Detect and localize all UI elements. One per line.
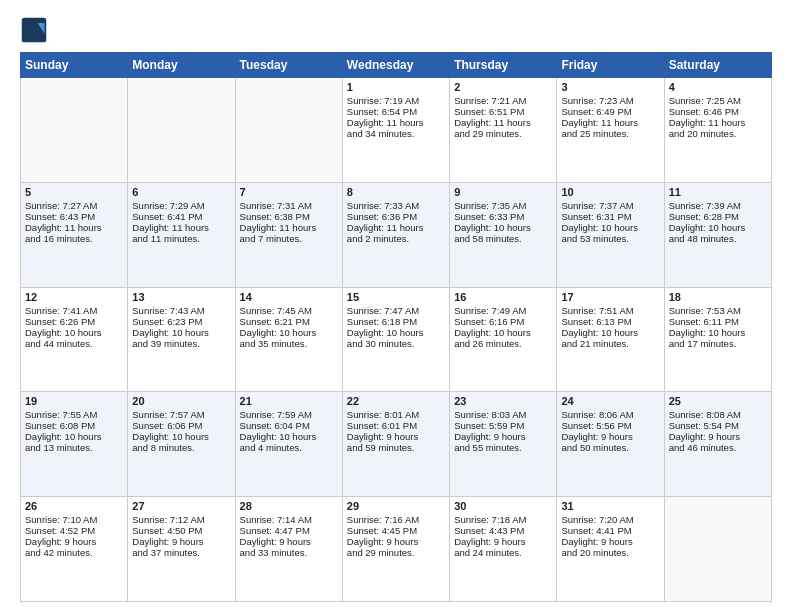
day-info-line: Daylight: 10 hours <box>669 222 767 233</box>
day-number: 22 <box>347 395 445 407</box>
day-info-line: Sunrise: 7:23 AM <box>561 95 659 106</box>
day-info-line: and 24 minutes. <box>454 547 552 558</box>
day-number: 12 <box>25 291 123 303</box>
day-info-line: Sunrise: 7:47 AM <box>347 305 445 316</box>
weekday-header: Friday <box>557 53 664 78</box>
day-info-line: Daylight: 11 hours <box>669 117 767 128</box>
day-info-line: Sunrise: 7:18 AM <box>454 514 552 525</box>
logo <box>20 16 52 44</box>
calendar-cell: 14Sunrise: 7:45 AMSunset: 6:21 PMDayligh… <box>235 287 342 392</box>
day-info-line: Daylight: 10 hours <box>561 222 659 233</box>
day-info-line: and 8 minutes. <box>132 442 230 453</box>
day-info-line: Sunset: 6:33 PM <box>454 211 552 222</box>
day-info-line: Daylight: 9 hours <box>454 536 552 547</box>
day-info-line: Sunrise: 7:35 AM <box>454 200 552 211</box>
day-info-line: and 26 minutes. <box>454 338 552 349</box>
day-info-line: Sunset: 6:28 PM <box>669 211 767 222</box>
calendar-cell: 16Sunrise: 7:49 AMSunset: 6:16 PMDayligh… <box>450 287 557 392</box>
day-info-line: Daylight: 9 hours <box>669 431 767 442</box>
day-info-line: Daylight: 11 hours <box>347 222 445 233</box>
day-number: 8 <box>347 186 445 198</box>
logo-icon <box>20 16 48 44</box>
day-info-line: Sunset: 6:06 PM <box>132 420 230 431</box>
day-info-line: Daylight: 11 hours <box>454 117 552 128</box>
calendar-week-row: 19Sunrise: 7:55 AMSunset: 6:08 PMDayligh… <box>21 392 772 497</box>
day-info-line: Sunset: 6:26 PM <box>25 316 123 327</box>
calendar-cell: 23Sunrise: 8:03 AMSunset: 5:59 PMDayligh… <box>450 392 557 497</box>
day-info-line: and 58 minutes. <box>454 233 552 244</box>
weekday-header: Wednesday <box>342 53 449 78</box>
weekday-header: Monday <box>128 53 235 78</box>
day-info-line: and 13 minutes. <box>25 442 123 453</box>
calendar-cell: 15Sunrise: 7:47 AMSunset: 6:18 PMDayligh… <box>342 287 449 392</box>
calendar-cell: 12Sunrise: 7:41 AMSunset: 6:26 PMDayligh… <box>21 287 128 392</box>
day-number: 10 <box>561 186 659 198</box>
day-info-line: Sunrise: 7:29 AM <box>132 200 230 211</box>
day-info-line: Sunrise: 7:16 AM <box>347 514 445 525</box>
day-info-line: and 35 minutes. <box>240 338 338 349</box>
day-number: 21 <box>240 395 338 407</box>
day-info-line: Daylight: 10 hours <box>454 222 552 233</box>
day-number: 9 <box>454 186 552 198</box>
calendar-cell: 31Sunrise: 7:20 AMSunset: 4:41 PMDayligh… <box>557 497 664 602</box>
day-info-line: Sunrise: 8:06 AM <box>561 409 659 420</box>
day-info-line: Sunset: 6:49 PM <box>561 106 659 117</box>
day-info-line: Daylight: 10 hours <box>240 431 338 442</box>
day-info-line: Daylight: 9 hours <box>132 536 230 547</box>
calendar-cell: 10Sunrise: 7:37 AMSunset: 6:31 PMDayligh… <box>557 182 664 287</box>
day-info-line: and 46 minutes. <box>669 442 767 453</box>
day-number: 14 <box>240 291 338 303</box>
day-info-line: Sunset: 6:18 PM <box>347 316 445 327</box>
day-info-line: Daylight: 9 hours <box>561 536 659 547</box>
calendar-cell: 5Sunrise: 7:27 AMSunset: 6:43 PMDaylight… <box>21 182 128 287</box>
calendar-week-row: 26Sunrise: 7:10 AMSunset: 4:52 PMDayligh… <box>21 497 772 602</box>
day-info-line: Sunset: 6:46 PM <box>669 106 767 117</box>
day-info-line: Daylight: 11 hours <box>240 222 338 233</box>
day-info-line: Sunrise: 8:03 AM <box>454 409 552 420</box>
day-info-line: Sunrise: 7:59 AM <box>240 409 338 420</box>
day-info-line: Daylight: 10 hours <box>454 327 552 338</box>
day-info-line: Sunrise: 7:20 AM <box>561 514 659 525</box>
day-info-line: Sunrise: 7:21 AM <box>454 95 552 106</box>
day-info-line: and 48 minutes. <box>669 233 767 244</box>
day-info-line: Daylight: 10 hours <box>240 327 338 338</box>
day-info-line: Daylight: 9 hours <box>240 536 338 547</box>
day-info-line: Sunrise: 7:55 AM <box>25 409 123 420</box>
day-info-line: Daylight: 11 hours <box>25 222 123 233</box>
day-number: 13 <box>132 291 230 303</box>
day-number: 31 <box>561 500 659 512</box>
day-info-line: and 20 minutes. <box>669 128 767 139</box>
day-info-line: Daylight: 11 hours <box>561 117 659 128</box>
day-info-line: Sunset: 6:13 PM <box>561 316 659 327</box>
day-info-line: Sunrise: 7:27 AM <box>25 200 123 211</box>
day-info-line: Sunset: 5:54 PM <box>669 420 767 431</box>
day-info-line: Sunset: 4:50 PM <box>132 525 230 536</box>
day-number: 18 <box>669 291 767 303</box>
day-info-line: Daylight: 10 hours <box>561 327 659 338</box>
day-info-line: Sunset: 6:38 PM <box>240 211 338 222</box>
day-info-line: Sunrise: 7:45 AM <box>240 305 338 316</box>
day-number: 16 <box>454 291 552 303</box>
calendar-cell: 18Sunrise: 7:53 AMSunset: 6:11 PMDayligh… <box>664 287 771 392</box>
day-info-line: and 16 minutes. <box>25 233 123 244</box>
day-info-line: Sunset: 6:11 PM <box>669 316 767 327</box>
day-info-line: Sunset: 6:54 PM <box>347 106 445 117</box>
day-info-line: Daylight: 10 hours <box>25 327 123 338</box>
day-info-line: and 17 minutes. <box>669 338 767 349</box>
day-number: 17 <box>561 291 659 303</box>
calendar-cell: 27Sunrise: 7:12 AMSunset: 4:50 PMDayligh… <box>128 497 235 602</box>
day-number: 11 <box>669 186 767 198</box>
calendar-week-row: 12Sunrise: 7:41 AMSunset: 6:26 PMDayligh… <box>21 287 772 392</box>
day-info-line: Sunset: 4:41 PM <box>561 525 659 536</box>
day-number: 29 <box>347 500 445 512</box>
calendar-cell: 19Sunrise: 7:55 AMSunset: 6:08 PMDayligh… <box>21 392 128 497</box>
day-info-line: Daylight: 11 hours <box>347 117 445 128</box>
day-info-line: Sunrise: 7:33 AM <box>347 200 445 211</box>
calendar-table: SundayMondayTuesdayWednesdayThursdayFrid… <box>20 52 772 602</box>
day-number: 6 <box>132 186 230 198</box>
day-number: 4 <box>669 81 767 93</box>
day-number: 15 <box>347 291 445 303</box>
day-info-line: Sunrise: 7:41 AM <box>25 305 123 316</box>
day-info-line: and 37 minutes. <box>132 547 230 558</box>
day-info-line: Sunset: 5:59 PM <box>454 420 552 431</box>
